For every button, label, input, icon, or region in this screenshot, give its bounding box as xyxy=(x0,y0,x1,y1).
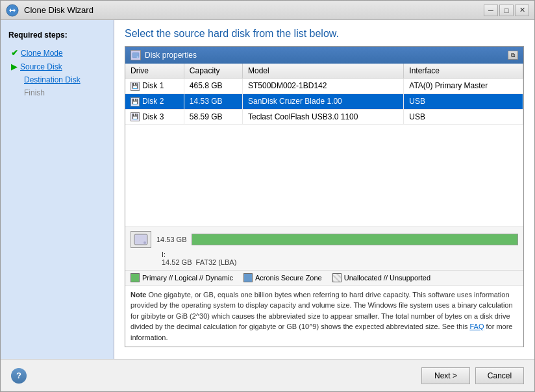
disk-bar-row: 14.53 GB xyxy=(131,231,518,248)
note-body: One gigabyte, or GB, equals one billion … xyxy=(131,291,513,331)
cell-drive: 💾Disk 2 xyxy=(125,93,184,109)
partition-label: I: xyxy=(162,251,166,258)
note-bold: Note xyxy=(131,291,146,299)
disk-table-container[interactable]: Drive Capacity Model Interface 💾Disk 146… xyxy=(125,64,523,227)
svg-point-4 xyxy=(143,241,146,244)
title-bar-left: Clone Disk Wizard xyxy=(6,4,93,17)
disk-bar-section: 14.53 GB I: 14.52 GB FAT32 (LBA) xyxy=(125,227,523,270)
legend-unallocated: Unallocated // Unsupported xyxy=(332,273,430,282)
cell-capacity: 465.8 GB xyxy=(184,79,242,94)
legend-label-unallocated: Unallocated // Unsupported xyxy=(344,274,430,282)
cell-interface: USB xyxy=(404,93,523,109)
sidebar-item-destination-disk[interactable]: Destination Disk xyxy=(8,73,106,86)
help-button[interactable]: ? xyxy=(11,368,27,384)
note-section: Note One gigabyte, or GB, equals one bil… xyxy=(125,285,523,347)
table-row[interactable]: 💾Disk 358.59 GBTeclast CoolFlash USB3.0 … xyxy=(125,109,523,125)
disk-row-icon: 💾 xyxy=(131,82,140,91)
partition-info: I: 14.52 GB FAT32 (LBA) xyxy=(162,251,518,266)
col-capacity: Capacity xyxy=(184,64,242,79)
dp-restore-button[interactable]: ⧉ xyxy=(508,51,518,60)
cell-model: SanDisk Cruzer Blade 1.00 xyxy=(243,93,404,109)
sidebar-item-source-disk[interactable]: ▶ Source Disk xyxy=(8,60,106,73)
window-title: Clone Disk Wizard xyxy=(24,5,93,15)
cell-interface: ATA(0) Primary Master xyxy=(404,79,523,94)
spacer-icon xyxy=(11,75,21,84)
partition-size: 14.52 GB xyxy=(162,258,192,266)
app-icon xyxy=(6,4,19,17)
content-area: Required steps: ✔ Clone Mode ▶ Source Di… xyxy=(1,20,534,359)
disk-size-label: 14.53 GB xyxy=(156,236,186,243)
disk-properties-panel: Disk properties ⧉ Drive Capacity Model I… xyxy=(125,46,524,347)
cell-drive: 💾Disk 1 xyxy=(125,79,184,94)
sidebar-label-destination-disk: Destination Disk xyxy=(24,75,81,84)
legend-label-acronis: Acronis Secure Zone xyxy=(255,274,322,282)
sidebar-label-clone-mode: Clone Mode xyxy=(21,49,63,58)
sidebar-item-clone-mode[interactable]: ✔ Clone Mode xyxy=(8,46,106,60)
disk-row-icon: 💾 xyxy=(131,112,140,121)
col-model: Model xyxy=(243,64,404,79)
next-button[interactable]: Next > xyxy=(421,367,470,384)
sidebar: Required steps: ✔ Clone Mode ▶ Source Di… xyxy=(1,20,114,359)
table-row[interactable]: 💾Disk 1465.8 GBST500DM002-1BD142ATA(0) P… xyxy=(125,79,523,94)
minimize-button[interactable]: ─ xyxy=(484,5,498,16)
disk-med-icon xyxy=(131,231,151,248)
legend-box-acronis xyxy=(243,273,253,282)
disk-table: Drive Capacity Model Interface 💾Disk 146… xyxy=(125,64,523,125)
cell-model: ST500DM002-1BD142 xyxy=(243,79,404,94)
sidebar-item-finish: Finish xyxy=(8,86,106,99)
sidebar-title: Required steps: xyxy=(8,31,106,40)
restore-button[interactable]: □ xyxy=(499,5,514,16)
sidebar-label-source-disk: Source Disk xyxy=(20,62,62,71)
note-text: Note One gigabyte, or GB, equals one bil… xyxy=(131,291,513,341)
cell-model: Teclast CoolFlash USB3.0 1100 xyxy=(243,109,404,125)
spacer-icon2 xyxy=(11,88,21,97)
legend-acronis: Acronis Secure Zone xyxy=(243,273,322,282)
svg-point-2 xyxy=(137,56,139,58)
arrow-icon-source: ▶ xyxy=(11,62,18,71)
dp-header: Disk properties ⧉ xyxy=(125,47,523,64)
disk-small-icon xyxy=(131,50,141,60)
check-icon: ✔ xyxy=(11,48,18,58)
footer-left: ? xyxy=(11,368,27,384)
footer: ? Next > Cancel xyxy=(1,359,534,391)
cell-capacity: 58.59 GB xyxy=(184,109,242,125)
dp-header-left: Disk properties xyxy=(131,50,197,60)
main-window: Clone Disk Wizard ─ □ ✕ Required steps: … xyxy=(0,0,535,392)
close-button[interactable]: ✕ xyxy=(515,5,529,16)
cell-interface: USB xyxy=(404,109,523,125)
cell-capacity: 14.53 GB xyxy=(184,93,242,109)
cancel-button[interactable]: Cancel xyxy=(475,367,524,384)
sidebar-label-finish: Finish xyxy=(24,88,45,97)
legend-primary: Primary // Logical // Dynamic xyxy=(131,273,233,282)
legend-label-primary: Primary // Logical // Dynamic xyxy=(142,274,233,282)
main-heading: Select the source hard disk from the lis… xyxy=(125,28,524,40)
faq-link[interactable]: FAQ xyxy=(469,323,484,330)
col-drive: Drive xyxy=(125,64,184,79)
partition-bar xyxy=(192,234,518,245)
bar-fill xyxy=(192,234,517,245)
legend-box-primary xyxy=(131,273,140,282)
main-panel: Select the source hard disk from the lis… xyxy=(114,20,534,359)
col-interface: Interface xyxy=(404,64,523,79)
window-controls: ─ □ ✕ xyxy=(484,5,529,16)
cell-drive: 💾Disk 3 xyxy=(125,109,184,125)
title-bar: Clone Disk Wizard ─ □ ✕ xyxy=(1,1,534,20)
legend-section: Primary // Logical // Dynamic Acronis Se… xyxy=(125,270,523,285)
footer-right: Next > Cancel xyxy=(421,367,524,384)
dp-header-label: Disk properties xyxy=(145,51,197,60)
table-row[interactable]: 💾Disk 214.53 GBSanDisk Cruzer Blade 1.00… xyxy=(125,93,523,109)
disk-row-icon: 💾 xyxy=(131,97,140,106)
legend-box-unallocated xyxy=(332,273,342,282)
partition-type: FAT32 (LBA) xyxy=(196,258,237,266)
